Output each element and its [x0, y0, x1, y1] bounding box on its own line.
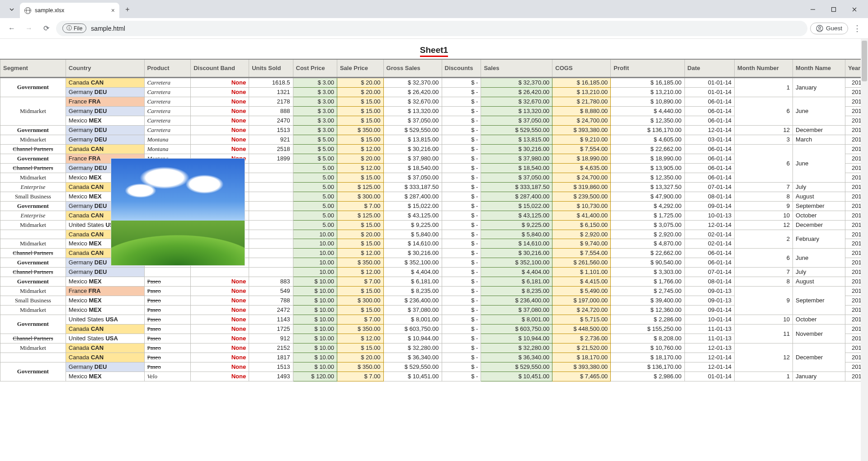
sales-cell: $ 333,187.50 — [481, 182, 552, 192]
cogs-cell: $ 21,780.00 — [552, 97, 611, 106]
product-cell: Paseo — [144, 286, 191, 296]
cogs-cell: $ 24,700.00 — [552, 116, 611, 125]
gross-cell: $ 5,840.00 — [383, 230, 442, 239]
sales-cell: $ 5,840.00 — [481, 230, 552, 239]
discounts-cell: $ - — [442, 286, 481, 296]
product-cell: Velo — [144, 372, 191, 381]
discount-band-cell: None — [191, 372, 249, 381]
units-cell — [249, 173, 293, 182]
cost-cell: $ 3.00 — [293, 125, 337, 135]
cost-cell: 10.00 — [293, 248, 337, 258]
cogs-cell: $ 239,500.00 — [552, 192, 611, 201]
window-maximize-button[interactable] — [824, 3, 844, 16]
discounts-cell: $ - — [442, 154, 481, 163]
sale-cell: $ 350.00 — [337, 258, 383, 267]
address-bar[interactable]: ⓘ File sample.html — [56, 21, 807, 36]
gross-cell: $ 36,340.00 — [383, 353, 442, 362]
date-cell: 08-01-14 — [684, 192, 735, 201]
discounts-cell: $ - — [442, 353, 481, 362]
column-header: Profit — [611, 59, 684, 77]
country-cell: Germany DEU — [66, 106, 144, 116]
month-name-cell: December — [793, 125, 845, 135]
column-header: Sale Price — [337, 59, 383, 77]
discount-band-cell: None — [191, 296, 249, 305]
cost-cell: $ 10.00 — [293, 362, 337, 372]
discounts-cell: $ - — [442, 106, 481, 116]
new-tab-button[interactable]: + — [121, 3, 134, 16]
discounts-cell: $ - — [442, 305, 481, 315]
cogs-cell: $ 4,635.00 — [552, 163, 611, 173]
sales-cell: $ 8,001.00 — [481, 315, 552, 324]
gross-cell: $ 603,750.00 — [383, 324, 442, 334]
profit-cell: $ 155,250.00 — [611, 324, 684, 334]
segment-cell: Channel Partners — [0, 144, 66, 154]
sales-cell: $ 352,100.00 — [481, 258, 552, 267]
window-close-button[interactable] — [844, 3, 864, 16]
segment-cell: Government — [0, 154, 66, 163]
date-cell: 06-01-14 — [684, 97, 735, 106]
date-cell: 02-01-14 — [684, 239, 735, 248]
profit-cell: $ 39,400.00 — [611, 296, 684, 305]
product-cell: Montana — [144, 135, 191, 144]
embedded-image[interactable] — [111, 158, 245, 266]
cogs-cell: $ 9,210.00 — [552, 135, 611, 144]
profile-button[interactable]: Guest — [810, 23, 848, 34]
back-button[interactable]: ← — [5, 21, 19, 36]
menu-button[interactable]: ⋮ — [851, 24, 863, 33]
discount-band-cell: None — [191, 125, 249, 135]
tab-search-button[interactable] — [5, 3, 18, 16]
month-name-cell: November — [793, 324, 845, 343]
discount-band-cell: None — [191, 286, 249, 296]
gross-cell: $ 10,944.00 — [383, 334, 442, 343]
month-name-cell: July — [793, 182, 845, 192]
date-cell: 03-01-14 — [684, 135, 735, 144]
month-number-cell: 6 — [735, 144, 793, 182]
units-cell: 1899 — [249, 154, 293, 163]
cogs-cell: $ 2,736.00 — [552, 334, 611, 343]
cogs-cell: $ 24,700.00 — [552, 173, 611, 182]
cost-cell: $ 10.00 — [293, 296, 337, 305]
date-cell: 10-01-13 — [684, 211, 735, 220]
gross-cell: $ 10,451.00 — [383, 372, 442, 381]
month-number-cell: 1 — [735, 372, 793, 381]
cost-cell: $ 5.00 — [293, 135, 337, 144]
sales-cell: $ 529,550.00 — [481, 125, 552, 135]
table-header-row: SegmentCountryProductDiscount BandUnits … — [0, 59, 868, 77]
scrollbar-thumb[interactable] — [862, 41, 867, 81]
browser-tab[interactable]: sample.xlsx × — [20, 3, 119, 18]
svg-point-3 — [819, 26, 821, 28]
sale-cell: $ 7.00 — [337, 372, 383, 381]
table-row: MidmarketGermany DEUMontanaNone921$ 5.00… — [0, 135, 868, 144]
table-row: MidmarketCanada CANPaseoNone2152$ 10.00$… — [0, 343, 868, 353]
date-cell: 06-01-14 — [684, 258, 735, 267]
forward-button[interactable]: → — [22, 21, 36, 36]
sales-cell: $ 6,181.00 — [481, 277, 552, 286]
product-cell: Paseo — [144, 362, 191, 372]
tab-close-button[interactable]: × — [111, 7, 115, 14]
month-number-cell: 7 — [735, 182, 793, 192]
reload-button[interactable]: ⟳ — [39, 21, 53, 36]
units-cell — [249, 211, 293, 220]
cogs-cell: $ 448,500.00 — [552, 324, 611, 334]
month-name-cell: July — [793, 267, 845, 277]
column-header: Cost Price — [293, 59, 337, 77]
date-cell: 12-01-13 — [684, 343, 735, 353]
cost-cell: $ 10.00 — [293, 277, 337, 286]
gross-cell: $ 37,050.00 — [383, 116, 442, 125]
table-row: MidmarketFrance FRACarreteraNone2178$ 3.… — [0, 97, 868, 106]
segment-cell: Small Business — [0, 296, 66, 305]
discount-band-cell: None — [191, 135, 249, 144]
cogs-cell: $ 24,720.00 — [552, 305, 611, 315]
page-viewport[interactable]: Sheet1 SegmentCountryProductDiscount Ban… — [0, 39, 868, 461]
window-minimize-button[interactable] — [803, 3, 823, 16]
profit-cell: $ 8,208.00 — [611, 334, 684, 343]
date-cell: 06-01-14 — [684, 173, 735, 182]
cost-cell: $ 120.00 — [293, 372, 337, 381]
profit-cell: $ 22,662.00 — [611, 248, 684, 258]
vertical-scrollbar[interactable] — [861, 39, 868, 461]
cogs-cell: $ 393,380.00 — [552, 362, 611, 372]
segment-cell: Government — [0, 277, 66, 286]
url-text: sample.html — [91, 25, 125, 32]
sale-cell: $ 12.00 — [337, 163, 383, 173]
cost-cell: 10.00 — [293, 230, 337, 239]
